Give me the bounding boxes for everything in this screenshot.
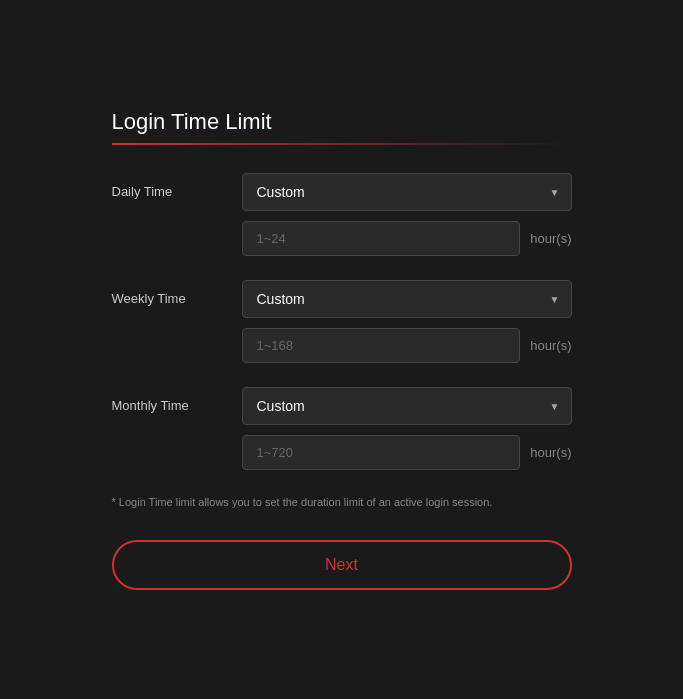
weekly-time-label: Weekly Time [112, 291, 242, 306]
monthly-time-unit: hour(s) [530, 445, 571, 460]
daily-time-input-row: hour(s) [242, 221, 572, 256]
monthly-time-group: Monthly Time Custom 72 hours 168 hours 3… [112, 387, 572, 470]
monthly-time-label: Monthly Time [112, 398, 242, 413]
monthly-time-input-row: hour(s) [242, 435, 572, 470]
weekly-time-row: Weekly Time Custom 24 hours 48 hours 72 … [112, 280, 572, 318]
daily-time-group: Daily Time Custom 1 hour 2 hours 4 hours… [112, 173, 572, 256]
monthly-time-row: Monthly Time Custom 72 hours 168 hours 3… [112, 387, 572, 425]
weekly-time-unit: hour(s) [530, 338, 571, 353]
monthly-time-select-wrapper: Custom 72 hours 168 hours 336 hours 720 … [242, 387, 572, 425]
weekly-time-input[interactable] [242, 328, 521, 363]
weekly-time-input-row: hour(s) [242, 328, 572, 363]
note-text: * Login Time limit allows you to set the… [112, 494, 572, 511]
page-title: Login Time Limit [112, 109, 572, 135]
monthly-time-input[interactable] [242, 435, 521, 470]
daily-time-row: Daily Time Custom 1 hour 2 hours 4 hours… [112, 173, 572, 211]
weekly-time-group: Weekly Time Custom 24 hours 48 hours 72 … [112, 280, 572, 363]
daily-time-input[interactable] [242, 221, 521, 256]
monthly-time-select[interactable]: Custom 72 hours 168 hours 336 hours 720 … [242, 387, 572, 425]
title-divider [112, 143, 572, 145]
next-button[interactable]: Next [112, 540, 572, 590]
daily-time-unit: hour(s) [530, 231, 571, 246]
daily-time-select[interactable]: Custom 1 hour 2 hours 4 hours 8 hours 12… [242, 173, 572, 211]
daily-time-select-wrapper: Custom 1 hour 2 hours 4 hours 8 hours 12… [242, 173, 572, 211]
weekly-time-select-wrapper: Custom 24 hours 48 hours 72 hours 168 ho… [242, 280, 572, 318]
daily-time-label: Daily Time [112, 184, 242, 199]
login-time-limit-container: Login Time Limit Daily Time Custom 1 hou… [112, 89, 572, 611]
weekly-time-select[interactable]: Custom 24 hours 48 hours 72 hours 168 ho… [242, 280, 572, 318]
